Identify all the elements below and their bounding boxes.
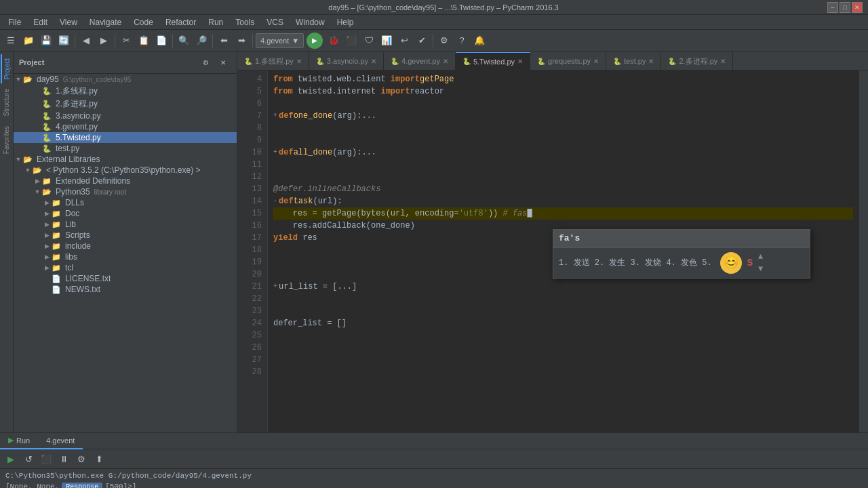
tree-item[interactable]: ▼📂External Libraries — [14, 154, 237, 165]
bottom-tab-run-label: Run — [16, 436, 30, 445]
menu-item-run[interactable]: Run — [203, 16, 229, 28]
tab-close-button[interactable]: ✕ — [443, 58, 448, 65]
tab-close-button[interactable]: ✕ — [593, 58, 599, 65]
titlebar-controls[interactable]: – □ ✕ — [827, 2, 863, 13]
menu-item-file[interactable]: File — [3, 16, 26, 28]
menu-item-view[interactable]: View — [54, 16, 83, 28]
bottom-tab-run[interactable]: ▶ Run — [0, 433, 38, 449]
profile-button[interactable]: 📊 — [378, 33, 395, 49]
debug-button[interactable]: 🐞 — [326, 33, 342, 49]
find2-button[interactable]: 🔎 — [193, 33, 210, 49]
tree-item[interactable]: 🐍4.gevent.py — [14, 121, 237, 132]
tree-item[interactable]: 🐍2.多进程.py — [14, 98, 237, 110]
tree-item[interactable]: ▶📁Scripts — [14, 230, 237, 241]
cut-button[interactable]: ✂ — [118, 33, 134, 49]
tab-close-button[interactable]: ✕ — [296, 58, 302, 65]
up-bottom-icon[interactable]: ⬆ — [91, 451, 107, 467]
tree-item[interactable]: ▶📁Lib — [14, 219, 237, 230]
tab-file-icon: 🐍 — [613, 58, 621, 65]
tree-item[interactable]: ▶📁Extended Definitions — [14, 176, 237, 186]
line-number: 16 — [237, 220, 262, 232]
vtab-structure[interactable]: Structure — [1, 85, 12, 121]
tab-close-button[interactable]: ✕ — [517, 58, 523, 65]
autocomplete-popup[interactable]: fa's 1. 发送 2. 发生 3. 发烧 4. 发色 5. 😊 S ▲ ▼ — [553, 229, 810, 279]
tree-item[interactable]: ▶📁include — [14, 241, 237, 251]
forward-button[interactable]: ▶ — [96, 33, 112, 49]
tree-item[interactable]: 🐍5.Twisted.py — [14, 132, 237, 143]
editor-tab-grequests-py[interactable]: 🐍 grequests.py✕ — [530, 52, 606, 70]
tree-item[interactable]: 🐍1.多线程.py — [14, 85, 237, 98]
gevent-tab-label: 4.gevent — [46, 436, 75, 445]
line-number: 25 — [237, 329, 262, 342]
tree-item[interactable]: 📄LICENSE.txt — [14, 273, 237, 284]
tree-item[interactable]: ▼📂Python35library root — [14, 186, 237, 197]
menu-item-tools[interactable]: Tools — [230, 16, 260, 28]
menu-item-code[interactable]: Code — [128, 16, 159, 28]
coverage-button[interactable]: 🛡 — [361, 33, 377, 49]
paste-button[interactable]: 📄 — [153, 33, 170, 49]
tree-item[interactable]: ▶📁Doc — [14, 208, 237, 219]
pause-button[interactable]: ⏸ — [56, 451, 72, 467]
menu-item-edit[interactable]: Edit — [28, 16, 53, 28]
autocomplete-nav-arrows[interactable]: ▲ ▼ — [758, 251, 763, 275]
editor-tab-4-gevent-py[interactable]: 🐍 4.gevent.py✕ — [384, 52, 456, 70]
menu-item-window[interactable]: Window — [290, 16, 330, 28]
line-number: 18 — [237, 244, 262, 256]
tree-item[interactable]: ▼📂day95G:\python_code\day95 — [14, 74, 237, 85]
run-config-dropdown[interactable]: 4.gevent ▼ — [256, 33, 304, 48]
tab-close-button[interactable]: ✕ — [648, 58, 654, 65]
open-button[interactable]: 📁 — [20, 33, 37, 49]
nav-prev-button[interactable]: ⬅ — [216, 33, 232, 49]
settings-button[interactable]: ⚙ — [436, 33, 452, 49]
tree-item[interactable]: ▼📂< Python 3.5.2 (C:\Python35\python.exe… — [14, 165, 237, 176]
menu-item-navigate[interactable]: Navigate — [84, 16, 127, 28]
run-button[interactable]: ▶ — [307, 33, 323, 49]
vtab-favorites[interactable]: Favorites — [1, 122, 12, 158]
rerun-button[interactable]: ↺ — [20, 451, 37, 467]
editor-tab-2-多进程-py[interactable]: 🐍 2.多进程.py✕ — [661, 52, 733, 70]
project-view-button[interactable]: ☰ — [3, 33, 19, 49]
code-content[interactable]: from twisted.web.client import getPagefr… — [268, 70, 859, 432]
autocomplete-down-icon[interactable]: ▼ — [758, 263, 763, 275]
bottom-tab-gevent[interactable]: 4.gevent — [38, 433, 83, 449]
tree-item[interactable]: 🐍test.py — [14, 143, 237, 154]
sync-button[interactable]: 🔄 — [56, 33, 72, 49]
tab-close-button[interactable]: ✕ — [371, 58, 376, 65]
run-bottom-button[interactable]: ▶ — [3, 451, 19, 467]
maximize-button[interactable]: □ — [840, 2, 850, 13]
sidebar-gear-icon[interactable]: ⚙ — [197, 54, 214, 70]
menu-item-vcs[interactable]: VCS — [261, 16, 289, 28]
tree-item[interactable]: ▶📁DLLs — [14, 197, 237, 208]
copy-button[interactable]: 📋 — [136, 33, 152, 49]
help-button[interactable]: ? — [454, 33, 470, 49]
tree-item[interactable]: 📄NEWS.txt — [14, 284, 237, 295]
nav-back-button[interactable]: ↩ — [396, 33, 412, 49]
commit-button[interactable]: ✔ — [414, 33, 430, 49]
nav-next-button[interactable]: ➡ — [233, 33, 250, 49]
save-button[interactable]: 💾 — [38, 33, 54, 49]
find-button[interactable]: 🔍 — [176, 33, 192, 49]
folder-arrow-icon: ▶ — [42, 243, 52, 249]
minimize-button[interactable]: – — [827, 2, 838, 13]
tree-item[interactable]: 🐍3.asyncio.py — [14, 110, 237, 121]
editor-tab-3-asyncio-py[interactable]: 🐍 3.asyncio.py✕ — [309, 52, 384, 70]
tree-item-label: test.py — [56, 144, 79, 153]
menu-item-refactor[interactable]: Refactor — [160, 16, 201, 28]
editor-tab-5-Twisted-py[interactable]: 🐍 5.Twisted.py✕ — [456, 52, 530, 70]
stop-button[interactable]: ⬛ — [343, 33, 359, 49]
autocomplete-up-icon[interactable]: ▲ — [758, 251, 763, 263]
gear-bottom-icon[interactable]: ⚙ — [73, 451, 90, 467]
stop-bottom-button[interactable]: ⬛ — [38, 451, 54, 467]
close-button[interactable]: ✕ — [852, 2, 863, 13]
sidebar-close-icon[interactable]: ✕ — [215, 54, 231, 70]
vtab-project[interactable]: Project — [1, 54, 12, 83]
back-button[interactable]: ◀ — [78, 33, 94, 49]
code-editor[interactable]: 4567891011121314151617181920212223242526… — [237, 70, 868, 432]
editor-tab-test-py[interactable]: 🐍 test.py✕ — [606, 52, 661, 70]
tree-item[interactable]: ▶📁libs — [14, 251, 237, 262]
menu-item-help[interactable]: Help — [332, 16, 359, 28]
event-log-button[interactable]: 🔔 — [471, 33, 488, 49]
tab-close-button[interactable]: ✕ — [720, 58, 726, 65]
tree-item[interactable]: ▶📁tcl — [14, 262, 237, 273]
editor-tab-1-多线程-py[interactable]: 🐍 1.多线程.py✕ — [237, 52, 309, 70]
